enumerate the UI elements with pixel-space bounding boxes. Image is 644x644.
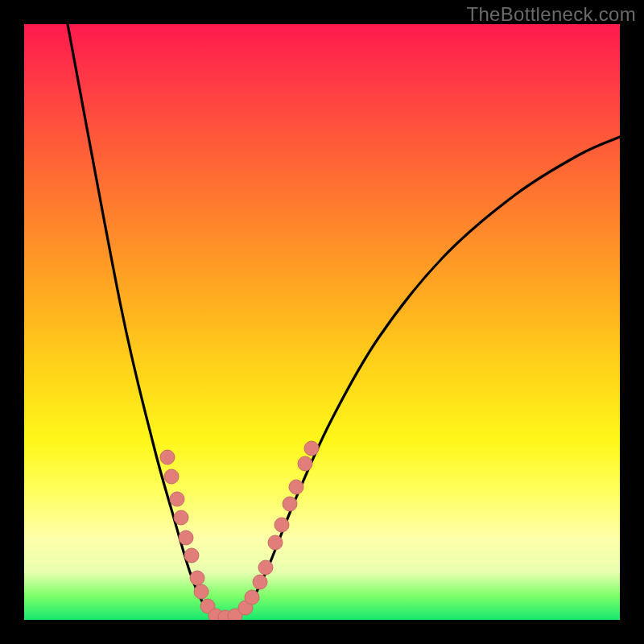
chart-frame: TheBottleneck.com: [0, 0, 644, 644]
data-marker: [258, 560, 273, 575]
plot-area: [24, 24, 620, 620]
data-marker: [268, 535, 283, 550]
data-marker: [253, 575, 267, 589]
data-marker: [174, 510, 188, 525]
data-marker: [190, 571, 204, 585]
chart-svg: [24, 24, 620, 620]
data-marker: [298, 456, 312, 471]
data-marker: [184, 548, 199, 563]
data-marker: [194, 584, 208, 599]
data-marker: [245, 590, 259, 605]
data-marker: [179, 530, 193, 545]
data-marker: [283, 497, 297, 511]
bottleneck-curve: [68, 24, 620, 618]
curve-layer: [68, 24, 620, 618]
marker-layer: [160, 441, 319, 620]
data-marker: [304, 441, 319, 456]
data-marker: [164, 469, 179, 484]
data-marker: [170, 492, 184, 506]
data-marker: [289, 480, 303, 494]
data-marker: [160, 450, 175, 464]
data-marker: [275, 518, 289, 532]
watermark-text: TheBottleneck.com: [466, 3, 636, 26]
